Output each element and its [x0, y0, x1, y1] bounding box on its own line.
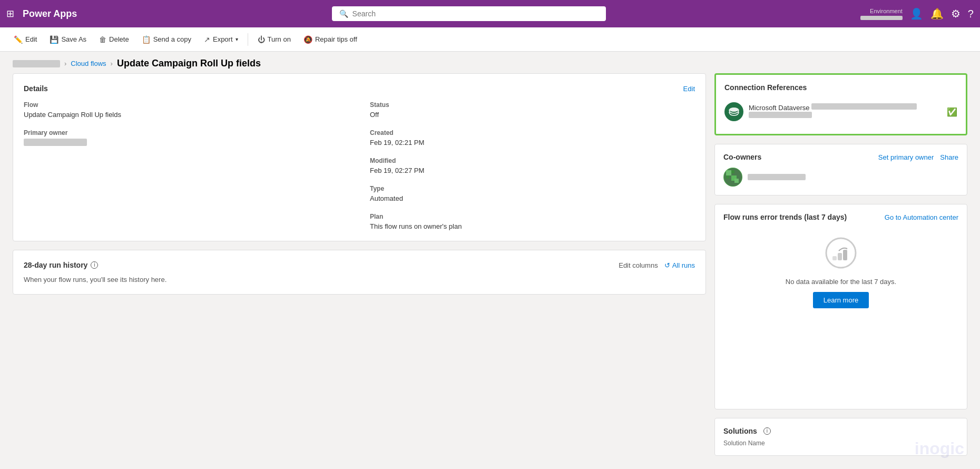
bell-off-icon: 🔕: [303, 35, 312, 44]
turn-on-button[interactable]: ⏻ Turn on: [252, 32, 296, 47]
coowners-title: Co-owners: [723, 153, 761, 161]
plan-value: This flow runs on owner's plan: [370, 222, 695, 230]
svg-rect-8: [843, 250, 847, 260]
history-title: 28-day run history: [24, 261, 87, 269]
primary-owner-label: Primary owner: [24, 129, 349, 136]
toolbar: ✏️ Edit 💾 Save As 🗑 Delete 📋 Send a copy…: [0, 27, 980, 52]
details-card: Details Edit Flow Update Campaign Roll U…: [13, 73, 706, 241]
save-as-button[interactable]: 💾 Save As: [44, 32, 92, 47]
modified-label: Modified: [370, 157, 695, 164]
delete-button[interactable]: 🗑 Delete: [94, 32, 134, 47]
svg-point-0: [729, 108, 739, 112]
right-column: Connection References Microsoft Datavers…: [714, 73, 967, 456]
env-value: [860, 16, 903, 20]
details-title: Details: [24, 84, 48, 93]
svg-rect-3: [731, 170, 734, 173]
detail-empty: [24, 157, 349, 174]
conn-ref-item: Microsoft Dataverse ✅: [724, 98, 957, 125]
bell-icon[interactable]: 🔔: [930, 7, 944, 20]
plan-label: Plan: [370, 213, 695, 220]
breadcrumb-sep-1: ›: [64, 60, 66, 67]
solutions-title: Solutions: [723, 427, 757, 435]
svg-rect-9: [838, 253, 842, 260]
learn-more-button[interactable]: Learn more: [813, 292, 869, 308]
automation-center-link[interactable]: Go to Automation center: [885, 213, 958, 221]
gear-icon[interactable]: ⚙: [951, 7, 961, 20]
nav-right: Environment 👤 🔔 ⚙ ?: [860, 7, 974, 20]
info-icon[interactable]: i: [91, 261, 98, 269]
flow-runs-title: Flow runs error trends (last 7 days): [723, 213, 847, 221]
conn-name-group: Microsoft Dataverse: [749, 103, 942, 120]
details-grid: Flow Update Campaign Roll Up fields Stat…: [24, 101, 695, 230]
help-icon[interactable]: ?: [968, 8, 974, 20]
share-link[interactable]: Share: [940, 153, 958, 161]
edit-icon: ✏️: [14, 35, 23, 44]
svg-rect-10: [832, 256, 837, 260]
export-chevron-icon: ▾: [236, 36, 238, 42]
send-copy-icon: 📋: [142, 35, 151, 44]
conn-name: Microsoft Dataverse: [749, 104, 810, 112]
detail-flow: Flow Update Campaign Roll Up fields: [24, 101, 349, 119]
details-edit-link[interactable]: Edit: [683, 85, 695, 93]
flow-value: Update Campaign Roll Up fields: [24, 111, 349, 119]
refresh-icon: ↺: [664, 261, 670, 269]
detail-empty3: [24, 213, 349, 230]
search-bar[interactable]: 🔍: [332, 6, 606, 21]
primary-owner-value: [24, 139, 87, 146]
coowner-name: [748, 174, 806, 180]
save-as-icon: 💾: [50, 35, 58, 44]
person-icon[interactable]: 👤: [910, 7, 923, 20]
history-header: 28-day run history i Edit columns ↺ All …: [24, 261, 695, 269]
created-label: Created: [370, 129, 695, 136]
flow-label: Flow: [24, 101, 349, 109]
main-layout: Details Edit Flow Update Campaign Roll U…: [0, 73, 980, 464]
conn-ref-title: Connection References: [724, 83, 957, 92]
coowner-item: [723, 168, 958, 187]
breadcrumb-cloud-flows[interactable]: Cloud flows: [71, 60, 106, 67]
conn-blurred-2: [749, 112, 812, 118]
all-runs-link[interactable]: ↺ All runs: [664, 261, 695, 269]
svg-rect-4: [726, 175, 729, 179]
export-button[interactable]: ↗ Export ▾: [199, 32, 243, 47]
app-name: Power Apps: [23, 8, 77, 19]
breadcrumb: › Cloud flows › Update Campaign Roll Up …: [0, 52, 980, 73]
breadcrumb-home[interactable]: [13, 60, 60, 67]
toolbar-separator: [248, 33, 248, 46]
edit-button[interactable]: ✏️ Edit: [8, 32, 42, 47]
search-input[interactable]: [352, 9, 599, 18]
top-nav: ⊞ Power Apps 🔍 Environment 👤 🔔 ⚙ ?: [0, 0, 980, 27]
history-empty-message: When your flow runs, you'll see its hist…: [24, 276, 166, 284]
solutions-info-icon[interactable]: i: [763, 427, 771, 435]
environment-info: Environment: [860, 8, 903, 20]
coowners-card: Co-owners Set primary owner Share: [714, 144, 967, 196]
grid-icon[interactable]: ⊞: [6, 8, 14, 19]
connection-references-card: Connection References Microsoft Datavers…: [714, 73, 967, 135]
send-copy-button[interactable]: 📋 Send a copy: [136, 32, 197, 47]
detail-plan: Plan This flow runs on owner's plan: [370, 213, 695, 230]
env-label: Environment: [860, 8, 903, 14]
svg-rect-6: [734, 179, 739, 183]
details-header: Details Edit: [24, 84, 695, 93]
detail-type: Type Automated: [370, 185, 695, 202]
search-icon: 🔍: [339, 9, 348, 18]
breadcrumb-current: Update Campaign Roll Up fields: [117, 58, 261, 69]
solutions-card: Solutions i Solution Name: [714, 418, 967, 456]
solutions-header: Solutions i: [723, 427, 958, 435]
delete-icon: 🗑: [99, 35, 106, 44]
conn-blurred-1: [811, 103, 917, 110]
flow-runs-header: Flow runs error trends (last 7 days) Go …: [723, 213, 958, 221]
set-primary-owner-link[interactable]: Set primary owner: [878, 153, 934, 161]
modified-value: Feb 19, 02:27 PM: [370, 167, 695, 174]
chart-placeholder-icon: [824, 236, 858, 271]
repair-tips-button[interactable]: 🔕 Repair tips off: [298, 32, 362, 47]
left-column: Details Edit Flow Update Campaign Roll U…: [13, 73, 706, 456]
dataverse-icon: [724, 102, 743, 121]
coowners-header: Co-owners Set primary owner Share: [723, 153, 958, 161]
flow-runs-card: Flow runs error trends (last 7 days) Go …: [714, 204, 967, 409]
detail-status: Status Off: [370, 101, 695, 119]
edit-columns-link[interactable]: Edit columns: [619, 261, 658, 269]
status-value: Off: [370, 111, 695, 119]
check-icon: ✅: [947, 107, 957, 117]
status-label: Status: [370, 101, 695, 109]
type-label: Type: [370, 185, 695, 192]
